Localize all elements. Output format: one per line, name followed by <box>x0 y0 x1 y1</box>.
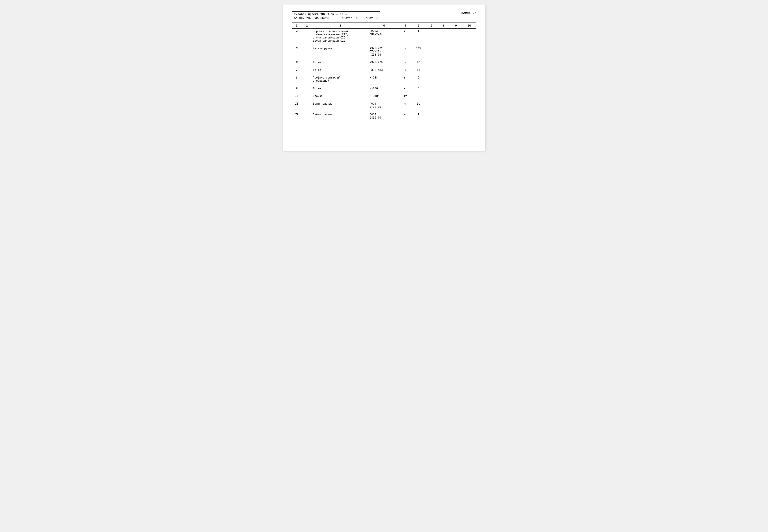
number-center: 80 <box>340 13 343 16</box>
row-5-col-3: Профиль монтажный2-образный <box>312 75 369 84</box>
row-spacer <box>292 110 476 112</box>
table-row: 8Профиль монтажный2-образныйК-238шт6 <box>292 75 476 84</box>
table-row: IIБолты разныеГОСТ7798-70кгIO <box>292 101 476 110</box>
row-7-col-6: 8 <box>411 94 426 99</box>
header-title-line: Типовой проект 902-1-37 — 80 — <box>294 13 378 16</box>
row-spacer <box>292 44 476 46</box>
row-1-col-7 <box>426 29 438 44</box>
row-5-col-9 <box>450 75 462 84</box>
row-5-col-1: 8 <box>292 75 302 84</box>
row-7-col-5: шт <box>399 94 411 99</box>
dash1: — <box>336 13 338 16</box>
sheet-value: 3 <box>376 16 378 20</box>
row-8-col-6: IO <box>411 101 426 110</box>
row-3-col-8 <box>438 60 450 65</box>
row-5-col-4: К-238 <box>369 75 399 84</box>
row-9-col-10 <box>462 112 476 121</box>
row-2-col-4: РЗ-Ц-Х22ОТУ-22--II8-66 <box>369 46 399 58</box>
row-7-col-9 <box>450 94 462 99</box>
row-spacer <box>292 65 476 67</box>
row-2-col-10 <box>462 46 476 58</box>
col-header-4: 4 <box>369 23 399 29</box>
row-6-col-7 <box>426 86 438 91</box>
row-9-col-1: I2 <box>292 112 302 121</box>
main-table-container: I 2 3 4 5 6 7 8 9 IO 4Коробка соединител… <box>292 23 476 121</box>
table-row: I2Гайки разныеГОСТ53I5-70кгI <box>292 112 476 121</box>
row-2-col-7 <box>426 46 438 58</box>
row-4-col-8 <box>438 67 450 73</box>
row-3-col-3: То же <box>312 60 369 65</box>
col-header-3: 3 <box>312 23 369 29</box>
row-2-col-1: 5 <box>292 46 302 58</box>
header-left-block: Типовой проект 902-1-37 — 80 — Альбом УП… <box>292 11 380 21</box>
col-header-2: 2 <box>302 23 312 29</box>
row-1-col-1: 4 <box>292 29 302 44</box>
row-6-col-6: 8 <box>411 86 426 91</box>
row-7-col-3: Стойка <box>312 94 369 99</box>
sheets-value: 4 <box>356 16 358 20</box>
row-9-col-7 <box>426 112 438 121</box>
row-1-col-8 <box>438 29 450 44</box>
row-5-col-6: 6 <box>411 75 426 84</box>
table-row: 6То жеРЗ-Ц-Х29мIO <box>292 60 476 65</box>
row-8-col-1: II <box>292 101 302 110</box>
row-5-col-10 <box>462 75 476 84</box>
row-6-col-8 <box>438 86 450 91</box>
col-header-8: 8 <box>438 23 450 29</box>
col-header-1: I <box>292 23 302 29</box>
row-3-col-5: м <box>399 60 411 65</box>
col-header-5: 5 <box>399 23 411 29</box>
row-7-col-2 <box>302 94 312 99</box>
col-header-7: 7 <box>426 23 438 29</box>
row-spacer <box>292 84 476 86</box>
row-4-col-7 <box>426 67 438 73</box>
page: Типовой проект 902-1-37 — 80 — Альбом УП… <box>283 4 485 151</box>
row-8-col-3: Болты разные <box>312 101 369 110</box>
row-1-col-9 <box>450 29 462 44</box>
row-9-col-6: I <box>411 112 426 121</box>
dash2: — <box>345 13 347 16</box>
row-4-col-5: м <box>399 67 411 73</box>
row-9-col-5: кг <box>399 112 411 121</box>
row-6-col-4: К-236 <box>369 86 399 91</box>
col-header-6: 6 <box>411 23 426 29</box>
row-9-col-3: Гайки разные <box>312 112 369 121</box>
row-4-col-9 <box>450 67 462 73</box>
row-spacer <box>292 99 476 101</box>
row-2-col-9 <box>450 46 462 58</box>
header-top: Типовой проект 902-1-37 — 80 — Альбом УП… <box>292 11 476 21</box>
row-8-col-10 <box>462 101 476 110</box>
header-block: Типовой проект 902-1-37 — 80 — Альбом УП… <box>292 11 476 21</box>
row-3-col-9 <box>450 60 462 65</box>
row-3-col-1: 6 <box>292 60 302 65</box>
row-5-col-2 <box>302 75 312 84</box>
row-2-col-6: I45 <box>411 46 426 58</box>
row-1-col-4: СК-24ОН8-I-64 <box>369 29 399 44</box>
row-7-col-8 <box>438 94 450 99</box>
row-5-col-8 <box>438 75 450 84</box>
row-7-col-7 <box>426 94 438 99</box>
row-4-col-1: 7 <box>292 67 302 73</box>
row-6-col-10 <box>462 86 476 91</box>
row-2-col-5: м <box>399 46 411 58</box>
doc-number: 12945-07 <box>461 11 476 15</box>
row-6-col-5: шт <box>399 86 411 91</box>
table-row: 4Коробка соединительнаяс 4-мя сальниками… <box>292 29 476 44</box>
row-3-col-4: РЗ-Ц-Х29 <box>369 60 399 65</box>
row-4-col-10 <box>462 67 476 73</box>
row-1-col-5: шт <box>399 29 411 44</box>
project-number: 902-1-37 <box>320 13 334 16</box>
row-spacer <box>292 91 476 94</box>
row-9-col-9 <box>450 112 462 121</box>
row-6-col-1: 9 <box>292 86 302 91</box>
album-code: ЭА-ЗСО/З <box>315 16 329 20</box>
row-4-col-6: I5 <box>411 67 426 73</box>
row-6-col-3: То же <box>312 86 369 91</box>
row-4-col-4: РЗ-Ц-ХЗЗ <box>369 67 399 73</box>
col-header-10: IO <box>462 23 476 29</box>
main-table: I 2 3 4 5 6 7 8 9 IO 4Коробка соединител… <box>292 23 476 121</box>
column-header-row: I 2 3 4 5 6 7 8 9 IO <box>292 23 476 29</box>
row-8-col-8 <box>438 101 450 110</box>
table-row: 9То жеК-236шт8 <box>292 86 476 91</box>
row-8-col-9 <box>450 101 462 110</box>
